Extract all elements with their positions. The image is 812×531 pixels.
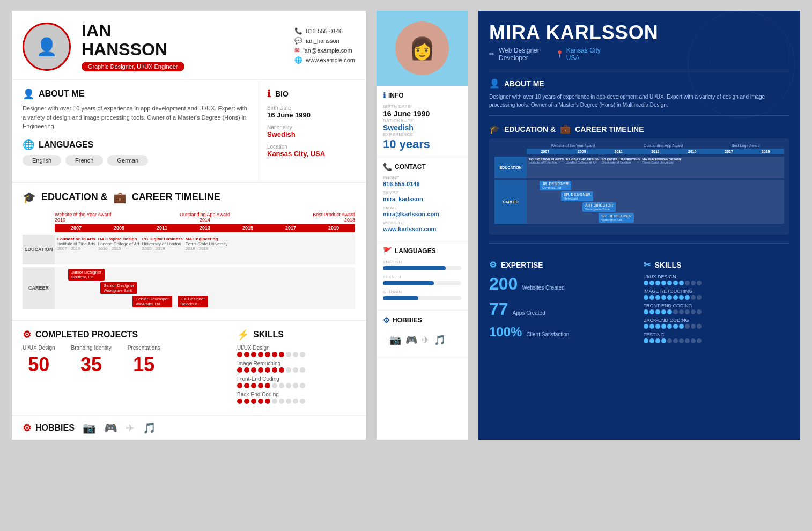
right-skill-frontend: FRONT-END CODING xyxy=(644,303,790,314)
lang-german-bar: GERMAN xyxy=(383,290,461,300)
birth-value: 16 June 1990 xyxy=(267,111,358,119)
right-skills-section: ✂ SKILLS UI/UX DESIGN IMAGE RETOUCHING xyxy=(644,252,790,346)
email-row: ✉ ian@example.com xyxy=(294,47,355,54)
skill-frontend-dots xyxy=(237,383,355,388)
left-main: 👤 ABOUT ME Designer with over 10 years o… xyxy=(12,80,259,182)
bio-icon: ℹ xyxy=(267,88,271,100)
contact-block: 📞 816-555-0146 💬 ian_hansson ✉ ian@examp… xyxy=(294,27,355,66)
lang-english: English xyxy=(23,155,61,166)
right-career-4: SR. DEVELOPERVanandrel, Ltd. xyxy=(599,213,634,223)
nationality-label: Nationality xyxy=(267,124,358,130)
email-icon: ✉ xyxy=(294,47,300,54)
hobby-travel-icon: ✈ xyxy=(126,422,135,434)
skill-backend-dots xyxy=(237,399,355,404)
job-title: Graphic Designer, UI/UX Engineer xyxy=(82,62,184,71)
mid-hobbies-section: ⚙ HOBBIES 📷 🎮 ✈ 🎵 xyxy=(377,311,468,357)
skill-ux: UI/UX Design xyxy=(237,345,355,357)
left-header: 👤 IAN HANSSON Graphic Designer, UI/UX En… xyxy=(12,11,366,80)
project-items: UI/UX Design 50 Branding Identity 35 Pre… xyxy=(23,345,226,376)
career-icon: 💼 xyxy=(113,191,127,204)
experience-value: 10 years xyxy=(383,137,461,151)
projects-icon: ⚙ xyxy=(23,329,31,341)
expertise-section: ⚙ EXPERTISE 200 Websites Created 77 Apps… xyxy=(489,252,636,346)
mid-hobby-icons: 📷 🎮 ✈ 🎵 xyxy=(383,329,461,351)
lang-french-bar: FRENCH xyxy=(383,275,461,285)
career-item-1: Junior Designer Contioso, Ltd. xyxy=(68,269,105,281)
right-timeline-title: 🎓 EDUCATION & 💼 CAREER TIMELINE xyxy=(489,124,789,134)
bg-globe xyxy=(709,16,789,97)
projects-col: ⚙ COMPLETED PROJECTS UI/UX Design 50 Bra… xyxy=(23,329,226,407)
career-label: CAREER xyxy=(23,267,55,309)
career-item-3: Senior Developer VanArsdel, Ltd. xyxy=(132,296,172,307)
right-divider-3 xyxy=(489,243,789,244)
right-location: 📍 Kansas City USA xyxy=(556,47,601,62)
skype-icon: 💬 xyxy=(294,37,302,45)
mid-phone: PHONE 816-555-0146 xyxy=(383,175,461,187)
mid-avatar: 👩 xyxy=(395,21,449,75)
timeline-section: 🎓 EDUCATION & 💼 CAREER TIMELINE Website … xyxy=(12,182,366,320)
skills-col: ⚡ SKILLS UI/UX Design Image Retouching xyxy=(237,329,355,407)
hobby-camera-icon: 📷 xyxy=(83,422,96,434)
education-icon: 🎓 xyxy=(23,191,36,204)
skills-title: ⚡ SKILLS xyxy=(237,329,355,341)
location-value: Kansas City, USA xyxy=(267,150,358,158)
right-career-label: CAREER xyxy=(494,180,527,224)
right-skill-ux: UI/UX DESIGN xyxy=(644,274,790,285)
lang-german: German xyxy=(107,155,148,166)
career-item-2: Senior Designer Woodgrove Bank xyxy=(100,282,137,294)
about-section-title: 👤 ABOUT ME xyxy=(23,88,248,100)
page-container: 👤 IAN HANSSON Graphic Designer, UI/UX En… xyxy=(12,11,800,440)
edu-content: Foundation in Arts Institute of Fine Art… xyxy=(55,235,355,264)
mid-contact-section: 📞 CONTACT PHONE 816-555-0146 SKYPE mira_… xyxy=(377,157,468,241)
right-awards-row: Website of the Year Award Outstanding Ap… xyxy=(527,144,784,148)
right-bottom: ⚙ EXPERTISE 200 Websites Created 77 Apps… xyxy=(489,252,789,346)
mid-info-title: ℹ INFO xyxy=(383,91,461,100)
projects-title: ⚙ COMPLETED PROJECTS xyxy=(23,329,226,341)
hobby-music-icon: 🎵 xyxy=(143,422,156,434)
right-skill-backend: BACK-END CODING xyxy=(644,318,790,329)
mid-website: WEBSITE www.karlsson.com xyxy=(383,220,461,232)
hobbies-icon: ⚙ xyxy=(23,422,31,434)
expertise-apps: 77 Apps Created xyxy=(489,299,636,319)
mid-contact-icon: 📞 xyxy=(383,163,392,171)
skill-ux-dots xyxy=(237,352,355,357)
right-skills-icon: ✂ xyxy=(644,260,651,270)
career-content: Junior Designer Contioso, Ltd. Senior De… xyxy=(55,267,355,309)
mid-hobbies-icon: ⚙ xyxy=(383,316,390,324)
project-ux: UI/UX Design 50 xyxy=(23,345,55,376)
expertise-icon: ⚙ xyxy=(489,260,497,270)
years-bar: 2007 2009 2011 2013 2015 2017 2019 xyxy=(55,224,355,232)
right-divider-2 xyxy=(489,115,789,116)
expertise-satisfaction: 100% Client Satisfaction xyxy=(489,324,636,340)
phone-icon: 📞 xyxy=(294,27,302,35)
lang-english-fill xyxy=(383,266,446,270)
right-edu-icon: 🎓 xyxy=(489,124,500,134)
mid-languages-section: 🚩 LANGUAGES ENGLISH FRENCH GERMAN xyxy=(377,241,468,311)
languages-section-title: 🌐 LANGUAGES xyxy=(23,139,248,151)
avatar: 👤 xyxy=(23,23,71,71)
resume-middle: 👩 ℹ INFO BIRTH DATE 16 June 1990 NATIONA… xyxy=(377,11,468,440)
mid-hobby-game: 🎮 xyxy=(405,334,417,346)
mid-languages-title: 🚩 LANGUAGES xyxy=(383,247,461,255)
right-edu-content: FOUNDATION IN ARTS Institute of Fine Art… xyxy=(527,157,784,178)
skills-icon: ⚡ xyxy=(237,329,249,341)
award-3: Best Product Award 2018 xyxy=(255,212,355,223)
right-career-content: JR. DESIGNERContioso, Ltd. SR. DESIGNERR… xyxy=(527,180,784,224)
edu-item-1: Foundation in Arts Institute of Fine Art… xyxy=(57,237,95,251)
right-years-bar: 2007 2009 2011 2013 2015 2017 2019 xyxy=(494,149,784,154)
language-pills: English French German xyxy=(23,155,248,166)
mid-contact-title: 📞 CONTACT xyxy=(383,163,461,171)
location-label: Location xyxy=(267,144,358,150)
lang-english-bar: ENGLISH xyxy=(383,260,461,270)
hobbies-section: ⚙ HOBBIES 📷 🎮 ✈ 🎵 xyxy=(12,415,366,440)
languages-icon: 🌐 xyxy=(23,139,34,151)
skill-img: Image Retouching xyxy=(237,360,355,373)
mid-info-section: ℹ INFO BIRTH DATE 16 June 1990 NATIONALI… xyxy=(377,86,468,157)
birth-label: Birth Date xyxy=(267,105,358,111)
project-branding: Branding Identity 35 xyxy=(71,345,112,376)
expertise-title: ⚙ EXPERTISE xyxy=(489,260,636,270)
lang-german-fill xyxy=(383,296,418,300)
project-presentations: Presentations 15 xyxy=(128,345,160,376)
award-1: Website of the Year Award 2010 xyxy=(55,212,155,223)
career-row: CAREER Junior Designer Contioso, Ltd. Se… xyxy=(23,267,355,309)
